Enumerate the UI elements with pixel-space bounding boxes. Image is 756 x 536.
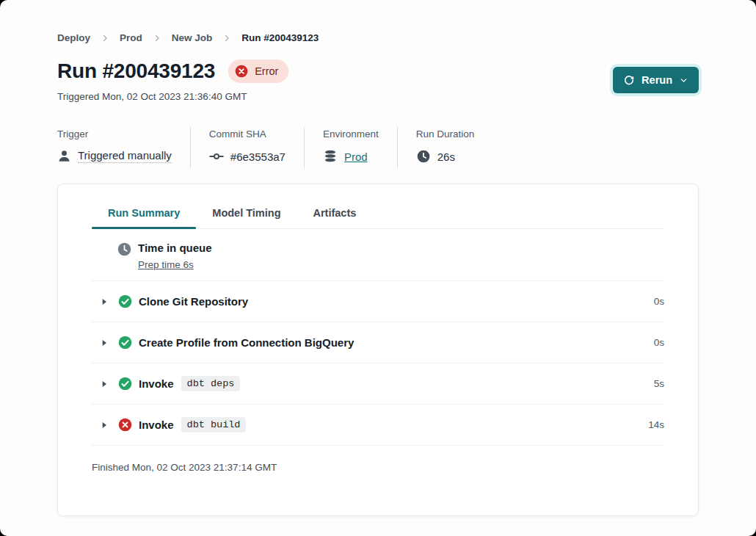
tab-run-summary[interactable]: Run Summary: [92, 207, 196, 228]
step-title: Invoke: [139, 377, 174, 390]
success-check-icon: [117, 376, 133, 391]
meta-trigger: Trigger Triggered manually: [57, 127, 190, 168]
clock-icon: [117, 242, 132, 257]
error-circle-icon: [117, 417, 133, 432]
step-duration: 0s: [654, 337, 664, 348]
expand-caret-icon[interactable]: [99, 420, 109, 430]
command-chip: dbt build: [181, 417, 247, 432]
meta-environment-label: Environment: [323, 128, 379, 140]
step-title: Create Profile from Connection BigQuery: [139, 336, 354, 349]
chevron-right-icon: [222, 34, 231, 43]
meta-trigger-value[interactable]: Triggered manually: [78, 149, 172, 163]
run-summary-card: Run Summary Model Timing Artifacts Time …: [57, 184, 699, 516]
meta-run-duration: Run Duration 26s: [397, 127, 493, 168]
meta-trigger-label: Trigger: [57, 128, 172, 140]
chevron-down-icon: [679, 76, 688, 85]
breadcrumb-current-run: Run #200439123: [241, 32, 319, 43]
meta-commit-label: Commit SHA: [209, 128, 286, 140]
title-row: Run #200439123 Error: [57, 59, 699, 83]
tab-bar: Run Summary Model Timing Artifacts: [92, 207, 664, 229]
meta-commit-value: #6e3553a7: [230, 151, 286, 163]
page-title: Run #200439123: [57, 59, 215, 83]
step-row-clone-git[interactable]: Clone Git Repository 0s: [92, 281, 664, 322]
finished-timestamp: Finished Mon, 02 Oct 2023 21:37:14 GMT: [92, 446, 664, 489]
expand-caret-icon[interactable]: [99, 338, 109, 348]
git-commit-icon: [209, 149, 224, 164]
chevron-right-icon: [101, 34, 109, 43]
step-duration: 5s: [654, 378, 664, 389]
step-duration: 0s: [654, 296, 664, 307]
status-badge-error: Error: [228, 59, 288, 83]
expand-caret-icon[interactable]: [99, 379, 109, 389]
rerun-button-label: Rerun: [641, 74, 672, 86]
meta-commit-sha: Commit SHA #6e3553a7: [190, 127, 304, 168]
rerun-button[interactable]: Rerun: [613, 67, 699, 93]
error-circle-icon: [234, 64, 249, 79]
success-check-icon: [117, 294, 133, 309]
step-row-dbt-deps[interactable]: Invoke dbt deps 5s: [92, 363, 664, 405]
database-icon: [323, 149, 338, 164]
breadcrumb-new-job[interactable]: New Job: [172, 32, 213, 43]
success-check-icon: [117, 335, 133, 350]
chevron-right-icon: [153, 34, 161, 43]
queue-row-title: Time in queue: [138, 242, 212, 254]
breadcrumb-prod[interactable]: Prod: [120, 32, 142, 43]
status-badge-label: Error: [255, 65, 278, 77]
meta-environment-link[interactable]: Prod: [344, 151, 368, 163]
command-chip: dbt deps: [181, 376, 241, 391]
breadcrumb: Deploy Prod New Job Run #200439123: [57, 32, 699, 43]
breadcrumb-deploy[interactable]: Deploy: [57, 32, 90, 43]
step-row-dbt-build[interactable]: Invoke dbt build 14s: [92, 405, 664, 446]
user-icon: [57, 149, 71, 163]
step-duration: 14s: [648, 419, 664, 430]
step-title: Invoke: [139, 419, 174, 431]
refresh-icon: [623, 74, 635, 86]
time-in-queue-row: Time in queue Prep time 6s: [92, 229, 664, 281]
expand-caret-icon[interactable]: [99, 297, 109, 307]
run-detail-page: Deploy Prod New Job Run #200439123 Run #…: [0, 0, 756, 536]
prep-time-link[interactable]: Prep time 6s: [138, 259, 194, 270]
tab-model-timing[interactable]: Model Timing: [196, 207, 297, 228]
meta-environment: Environment Prod: [304, 127, 397, 168]
tab-artifacts[interactable]: Artifacts: [297, 207, 373, 228]
meta-duration-value: 26s: [437, 151, 455, 163]
step-row-create-profile[interactable]: Create Profile from Connection BigQuery …: [92, 322, 664, 363]
triggered-timestamp: Triggered Mon, 02 Oct 2023 21:36:40 GMT: [57, 91, 699, 102]
run-meta-row: Trigger Triggered manually Commit SHA #6…: [57, 127, 699, 168]
step-title: Clone Git Repository: [139, 295, 248, 308]
meta-duration-label: Run Duration: [416, 128, 475, 140]
clock-icon: [416, 149, 431, 164]
